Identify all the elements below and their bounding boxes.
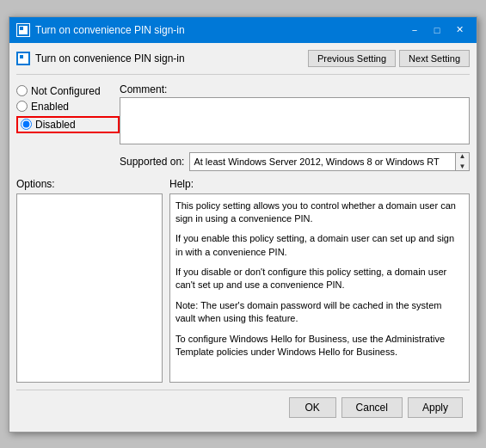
- enabled-option[interactable]: Enabled: [16, 101, 120, 113]
- not-configured-option[interactable]: Not Configured: [16, 85, 120, 97]
- supported-label: Supported on:: [120, 156, 184, 168]
- title-bar-left: Turn on convenience PIN sign-in: [16, 23, 185, 37]
- help-para-1: This policy setting allows you to contro…: [175, 199, 464, 226]
- scroll-down-arrow: ▼: [459, 163, 466, 170]
- config-section: Not Configured Enabled Disabled Co: [16, 83, 470, 171]
- enabled-radio[interactable]: [16, 101, 28, 112]
- supported-scrollbar: ▲ ▼: [455, 153, 469, 170]
- bottom-bar: OK Cancel Apply: [16, 390, 470, 425]
- help-para-4: Note: The user's domain password will be…: [175, 299, 464, 326]
- apply-button[interactable]: Apply: [408, 397, 463, 418]
- help-para-5: To configure Windows Hello for Business,…: [175, 333, 464, 359]
- title-bar-controls: − □ ✕: [404, 22, 470, 38]
- maximize-button[interactable]: □: [427, 22, 447, 38]
- comment-label: Comment:: [120, 83, 470, 95]
- scroll-up-arrow: ▲: [459, 153, 466, 160]
- comment-section: Comment: Supported on: At least Windows …: [120, 83, 470, 171]
- dialog-title: Turn on convenience PIN sign-in: [16, 52, 185, 65]
- enabled-label: Enabled: [31, 101, 69, 113]
- help-panel: Help: This policy setting allows you to …: [169, 178, 470, 383]
- disabled-option[interactable]: Disabled: [21, 119, 76, 131]
- disabled-label: Disabled: [35, 119, 76, 131]
- next-setting-button[interactable]: Next Setting: [399, 50, 470, 67]
- main-window: Turn on convenience PIN sign-in − □ ✕ Tu…: [9, 16, 477, 433]
- help-box[interactable]: This policy setting allows you to contro…: [169, 193, 470, 383]
- disabled-radio[interactable]: [21, 119, 32, 130]
- supported-value-text: At least Windows Server 2012, Windows 8 …: [194, 156, 454, 167]
- minimize-button[interactable]: −: [404, 22, 425, 38]
- cancel-button[interactable]: Cancel: [341, 397, 403, 418]
- ok-button[interactable]: OK: [289, 397, 336, 418]
- dialog-title-text: Turn on convenience PIN sign-in: [35, 52, 185, 64]
- dialog-icon: [16, 52, 30, 65]
- supported-value-box: At least Windows Server 2012, Windows 8 …: [189, 152, 470, 171]
- previous-setting-button[interactable]: Previous Setting: [308, 50, 396, 67]
- title-bar: Turn on convenience PIN sign-in − □ ✕: [9, 17, 477, 43]
- options-help-row: Options: Help: This policy setting allow…: [16, 178, 470, 383]
- content-area: Turn on convenience PIN sign-in Previous…: [9, 43, 477, 432]
- help-label: Help:: [169, 178, 470, 190]
- window-icon: [16, 23, 30, 37]
- options-box: [16, 193, 163, 383]
- title-bar-text: Turn on convenience PIN sign-in: [35, 24, 185, 36]
- close-button[interactable]: ✕: [449, 22, 470, 38]
- help-para-2: If you enable this policy setting, a dom…: [175, 232, 464, 259]
- options-panel: Options:: [16, 178, 163, 383]
- disabled-option-wrapper: Disabled: [16, 116, 120, 133]
- nav-buttons: Previous Setting Next Setting: [308, 50, 470, 67]
- top-bar: Turn on convenience PIN sign-in Previous…: [16, 50, 470, 75]
- not-configured-radio[interactable]: [16, 85, 28, 96]
- comment-input[interactable]: [120, 97, 470, 144]
- not-configured-label: Not Configured: [31, 85, 101, 97]
- radio-group: Not Configured Enabled Disabled: [16, 83, 120, 171]
- svg-rect-1: [20, 27, 23, 30]
- options-label: Options:: [16, 178, 163, 190]
- supported-row: Supported on: At least Windows Server 20…: [120, 152, 470, 171]
- svg-rect-3: [20, 55, 23, 58]
- help-para-3: If you disable or don't configure this p…: [175, 266, 464, 292]
